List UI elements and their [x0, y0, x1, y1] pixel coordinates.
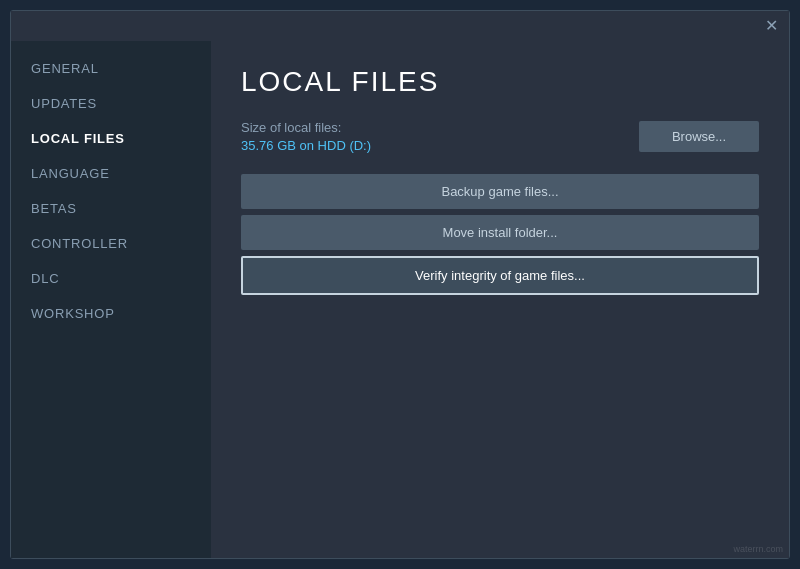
- sidebar-item-local-files[interactable]: LOCAL FILES: [11, 121, 211, 156]
- titlebar: ✕: [11, 11, 789, 41]
- file-info-row: Size of local files: 35.76 GB on HDD (D:…: [241, 118, 759, 154]
- sidebar-item-betas[interactable]: BETAS: [11, 191, 211, 226]
- sidebar-item-controller[interactable]: CONTROLLER: [11, 226, 211, 261]
- file-size-value: 35.76 GB on HDD (D:): [241, 138, 371, 153]
- browse-button[interactable]: Browse...: [639, 121, 759, 152]
- sidebar-item-general[interactable]: GENERAL: [11, 51, 211, 86]
- dialog: ✕ GENERAL UPDATES LOCAL FILES LANGUAGE B…: [10, 10, 790, 559]
- sidebar-item-workshop[interactable]: WORKSHOP: [11, 296, 211, 331]
- move-install-button[interactable]: Move install folder...: [241, 215, 759, 250]
- dialog-body: GENERAL UPDATES LOCAL FILES LANGUAGE BET…: [11, 41, 789, 558]
- file-size-label: Size of local files:: [241, 120, 341, 135]
- sidebar-item-dlc[interactable]: DLC: [11, 261, 211, 296]
- backup-button[interactable]: Backup game files...: [241, 174, 759, 209]
- verify-integrity-button[interactable]: Verify integrity of game files...: [241, 256, 759, 295]
- sidebar-item-updates[interactable]: UPDATES: [11, 86, 211, 121]
- page-title: LOCAL FILES: [241, 66, 759, 98]
- action-buttons: Backup game files... Move install folder…: [241, 174, 759, 295]
- watermark: waterrn.com: [733, 544, 783, 554]
- file-size-container: Size of local files: 35.76 GB on HDD (D:…: [241, 118, 371, 154]
- sidebar-item-language[interactable]: LANGUAGE: [11, 156, 211, 191]
- main-content: LOCAL FILES Size of local files: 35.76 G…: [211, 41, 789, 558]
- sidebar: GENERAL UPDATES LOCAL FILES LANGUAGE BET…: [11, 41, 211, 558]
- close-button[interactable]: ✕: [761, 16, 781, 36]
